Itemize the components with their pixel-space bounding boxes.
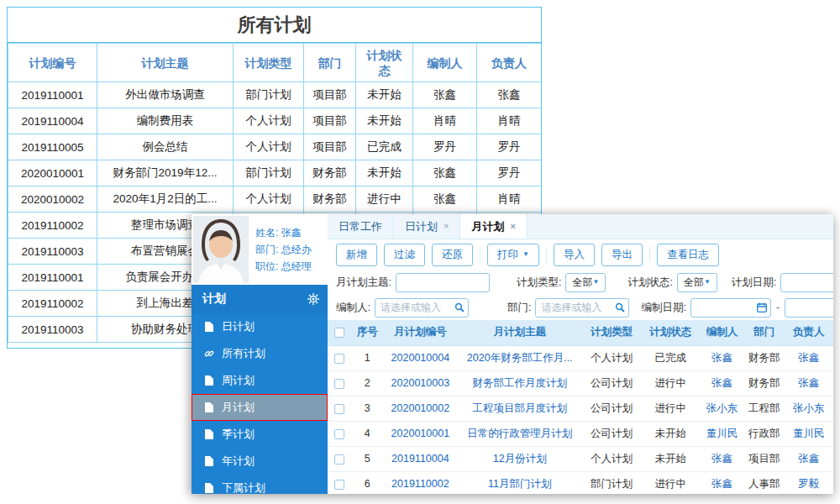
cell: 部门计划 — [582, 471, 641, 494]
row-checkbox[interactable] — [334, 480, 344, 490]
search-icon[interactable] — [615, 302, 625, 312]
checkbox-cell — [328, 370, 351, 396]
cell: 2020010002 — [8, 186, 97, 213]
add-button[interactable]: 新增 — [336, 244, 377, 266]
cell: 1 — [351, 345, 383, 370]
cell-link[interactable]: 2019110004 — [383, 446, 457, 471]
search-icon[interactable] — [454, 302, 465, 312]
type-filter-value: 全部 — [572, 276, 592, 290]
checkbox-cell — [328, 421, 351, 446]
cell: 2019110004 — [8, 108, 97, 134]
cell-link[interactable]: 财务部工作月度计划 — [457, 370, 581, 396]
cell: 部门计划 — [234, 82, 304, 108]
cell: 项目部 — [304, 134, 356, 160]
cell: 3 — [351, 396, 383, 421]
subject-filter-input[interactable] — [396, 273, 490, 292]
cell: 财务部 — [744, 370, 785, 396]
column-header: 计划编号 — [8, 44, 97, 82]
row-checkbox[interactable] — [334, 354, 344, 364]
cell: 肖晴 — [477, 186, 542, 213]
gear-icon[interactable] — [307, 293, 319, 305]
create-date-end-input[interactable] — [785, 298, 833, 318]
import-button[interactable]: 导入 — [554, 244, 595, 266]
row-checkbox[interactable] — [334, 429, 344, 439]
cell-link[interactable]: 12月份计划 — [457, 446, 581, 471]
restore-button[interactable]: 还原 — [432, 244, 473, 266]
tab-daily-work[interactable]: 日常工作 — [328, 214, 394, 239]
filter-button[interactable]: 过滤 — [384, 244, 425, 266]
cell-link[interactable]: 张鑫 — [700, 345, 743, 370]
cell-link[interactable]: 2020010004 — [383, 345, 457, 370]
cell-link[interactable]: 工程项目部月度计划 — [457, 396, 581, 421]
table-row: 120200100042020年财务部工作月...个人计划已完成张鑫财务部张鑫 — [328, 345, 833, 370]
sidebar-item-weekly-plan[interactable]: 周计划 — [192, 367, 328, 394]
export-button[interactable]: 导出 — [601, 244, 643, 266]
main-area: 日常工作 日计划 × 月计划 × 新增 过滤 还原 打印 ▼ 导入 导出 — [328, 214, 833, 494]
cell-link[interactable]: 张鑫 — [700, 370, 743, 396]
tab-daily-plan[interactable]: 日计划 × — [394, 214, 460, 239]
sidebar-header: 计划 — [192, 285, 328, 313]
cell-link[interactable]: 2019110002 — [383, 471, 457, 494]
cell-link[interactable]: 2020010003 — [383, 370, 457, 396]
sidebar-item-all-plans[interactable]: 所有计划 — [192, 340, 328, 367]
cell: 个人计划 — [234, 108, 304, 134]
plan-date-filter-input[interactable] — [780, 273, 833, 292]
profile-info: 姓名: 张鑫 部门: 总经办 职位: 总经理 — [249, 216, 312, 283]
cell-link[interactable]: 张鑫 — [700, 471, 743, 494]
cell-link[interactable]: 2020年财务部工作月... — [457, 345, 581, 370]
tab-monthly-plan[interactable]: 月计划 × — [460, 214, 527, 239]
print-button[interactable]: 打印 ▼ — [487, 244, 539, 266]
row-checkbox[interactable] — [334, 404, 344, 414]
cell-link[interactable]: 日常的行政管理月计划 — [457, 421, 581, 446]
view-log-button[interactable]: 查看日志 — [657, 244, 719, 266]
column-header: 计划类型 — [234, 44, 304, 82]
status-filter-select[interactable]: 全部 ▼ — [677, 273, 717, 292]
cell-link[interactable]: 张鑫 — [785, 446, 833, 471]
cell: 未开始 — [356, 82, 413, 108]
cell-link[interactable]: 张小东 — [785, 396, 833, 421]
filter-panel: 月计划主题: 计划类型: 全部 ▼ 计划状态: 全部 ▼ 计划日期: — [328, 270, 833, 320]
date-range-separator: - — [776, 302, 780, 313]
cell-link[interactable]: 张鑫 — [785, 370, 833, 396]
cell-link[interactable]: 罗毅 — [785, 471, 833, 494]
link-icon — [204, 349, 214, 359]
sidebar-item-label: 年计划 — [222, 454, 255, 469]
cell: 个人计划 — [234, 186, 304, 213]
checkbox-cell — [328, 396, 351, 421]
cell: 部门计划 — [234, 160, 304, 186]
cell: 进行中 — [641, 370, 700, 396]
cell-link[interactable]: 2020010002 — [383, 396, 457, 421]
cell: 2019110002 — [8, 213, 97, 239]
column-header: 部门 — [744, 320, 785, 345]
cell-link[interactable]: 董川民 — [700, 421, 743, 446]
row-checkbox[interactable] — [334, 454, 344, 465]
filter-row-1: 月计划主题: 计划类型: 全部 ▼ 计划状态: 全部 ▼ 计划日期: — [336, 270, 833, 295]
cell-link[interactable]: 张小东 — [700, 396, 743, 421]
cell: 肖晴 — [477, 108, 542, 134]
plan-date-filter-label: 计划日期: — [732, 276, 776, 290]
tab-label: 日计划 — [405, 219, 438, 234]
sidebar-item-subordinate-plans[interactable]: 下属计划 — [192, 475, 328, 494]
cell-link[interactable]: 11月部门计划 — [457, 471, 581, 494]
sidebar-item-monthly-plan[interactable]: 月计划 — [192, 394, 328, 421]
sidebar-item-quarterly-plan[interactable]: 季计划 — [192, 421, 328, 448]
column-header: 计划状态 — [641, 320, 700, 345]
cell-link[interactable]: 张鑫 — [700, 446, 743, 471]
sidebar-item-daily-plan[interactable]: 日计划 — [192, 313, 328, 340]
column-header: 计划状态 — [356, 44, 413, 82]
cell-link[interactable]: 张鑫 — [785, 345, 833, 370]
select-all-checkbox[interactable] — [334, 328, 344, 338]
close-icon[interactable]: × — [444, 222, 449, 231]
sidebar-item-yearly-plan[interactable]: 年计划 — [192, 448, 328, 475]
type-filter-select[interactable]: 全部 ▼ — [565, 273, 606, 292]
cell: 进行中 — [356, 186, 413, 213]
close-icon[interactable]: × — [510, 222, 515, 231]
cell: 公司计划 — [582, 396, 641, 421]
calendar-icon[interactable] — [757, 302, 767, 312]
cell-link[interactable]: 董川民 — [785, 421, 833, 446]
row-checkbox[interactable] — [334, 379, 344, 389]
document-icon — [204, 375, 214, 386]
column-header: 计划类型 — [582, 320, 641, 345]
cell-link[interactable]: 2020010001 — [383, 421, 457, 446]
sidebar-item-label: 周计划 — [222, 373, 255, 388]
